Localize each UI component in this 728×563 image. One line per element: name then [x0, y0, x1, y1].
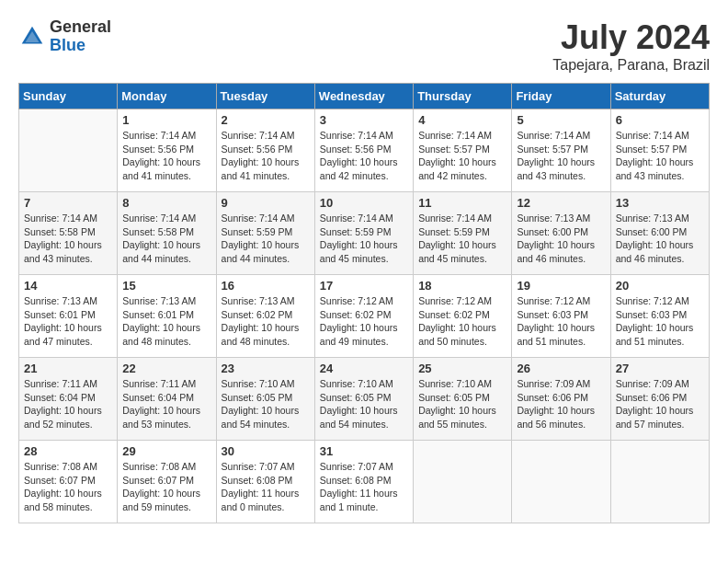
calendar-cell: 2Sunrise: 7:14 AMSunset: 5:56 PMDaylight…	[216, 109, 314, 192]
calendar-cell: 23Sunrise: 7:10 AMSunset: 6:05 PMDayligh…	[216, 358, 314, 441]
calendar-cell	[19, 109, 118, 192]
day-info: Sunrise: 7:14 AMSunset: 5:57 PMDaylight:…	[616, 129, 704, 183]
day-info: Sunrise: 7:11 AMSunset: 6:04 PMDaylight:…	[24, 377, 112, 431]
day-info: Sunrise: 7:14 AMSunset: 5:56 PMDaylight:…	[122, 129, 210, 183]
day-number: 19	[517, 279, 605, 293]
calendar-week-row: 28Sunrise: 7:08 AMSunset: 6:07 PMDayligh…	[19, 441, 710, 523]
calendar-cell: 11Sunrise: 7:14 AMSunset: 5:59 PMDayligh…	[414, 192, 512, 275]
calendar-cell: 10Sunrise: 7:14 AMSunset: 5:59 PMDayligh…	[314, 192, 413, 275]
day-number: 16	[222, 279, 310, 293]
calendar-cell: 27Sunrise: 7:09 AMSunset: 6:06 PMDayligh…	[610, 358, 709, 441]
calendar-week-row: 21Sunrise: 7:11 AMSunset: 6:04 PMDayligh…	[19, 358, 710, 441]
day-info: Sunrise: 7:12 AMSunset: 6:02 PMDaylight:…	[418, 294, 506, 349]
day-info: Sunrise: 7:14 AMSunset: 5:59 PMDaylight:…	[320, 212, 408, 266]
logo-general-text: General	[50, 18, 111, 37]
calendar-cell: 6Sunrise: 7:14 AMSunset: 5:57 PMDaylight…	[610, 109, 709, 192]
day-info: Sunrise: 7:07 AMSunset: 6:08 PMDaylight:…	[320, 460, 408, 514]
day-number: 26	[517, 362, 605, 375]
calendar-cell: 25Sunrise: 7:10 AMSunset: 6:05 PMDayligh…	[414, 358, 512, 441]
logo-icon	[18, 23, 46, 51]
day-info: Sunrise: 7:12 AMSunset: 6:03 PMDaylight:…	[517, 294, 605, 349]
day-number: 21	[24, 362, 112, 375]
day-of-week-header: Sunday	[19, 84, 118, 109]
location-subtitle: Tapejara, Parana, Brazil	[552, 57, 710, 74]
day-info: Sunrise: 7:14 AMSunset: 5:59 PMDaylight:…	[418, 212, 506, 266]
day-number: 20	[616, 279, 704, 293]
logo-blue-text: Blue	[50, 37, 111, 55]
calendar-cell: 30Sunrise: 7:07 AMSunset: 6:08 PMDayligh…	[216, 441, 314, 523]
day-info: Sunrise: 7:14 AMSunset: 5:58 PMDaylight:…	[122, 212, 210, 266]
day-number: 22	[122, 362, 210, 375]
calendar-cell: 20Sunrise: 7:12 AMSunset: 6:03 PMDayligh…	[610, 275, 709, 358]
calendar-table: SundayMondayTuesdayWednesdayThursdayFrid…	[18, 83, 710, 523]
calendar-cell: 5Sunrise: 7:14 AMSunset: 5:57 PMDaylight…	[512, 109, 610, 192]
day-of-week-header: Wednesday	[314, 84, 413, 109]
calendar-cell: 4Sunrise: 7:14 AMSunset: 5:57 PMDaylight…	[414, 109, 512, 192]
day-number: 10	[320, 196, 408, 210]
logo: General Blue	[18, 18, 111, 55]
day-info: Sunrise: 7:14 AMSunset: 5:57 PMDaylight:…	[517, 129, 605, 183]
calendar-cell	[610, 441, 709, 523]
calendar-week-row: 7Sunrise: 7:14 AMSunset: 5:58 PMDaylight…	[19, 192, 710, 275]
day-info: Sunrise: 7:14 AMSunset: 5:58 PMDaylight:…	[24, 212, 112, 266]
day-info: Sunrise: 7:11 AMSunset: 6:04 PMDaylight:…	[122, 377, 210, 431]
day-of-week-header: Friday	[512, 84, 610, 109]
calendar-cell: 21Sunrise: 7:11 AMSunset: 6:04 PMDayligh…	[19, 358, 118, 441]
day-number: 3	[320, 113, 408, 127]
calendar-cell: 28Sunrise: 7:08 AMSunset: 6:07 PMDayligh…	[19, 441, 118, 523]
calendar-cell: 12Sunrise: 7:13 AMSunset: 6:00 PMDayligh…	[512, 192, 610, 275]
page-header: General Blue July 2024 Tapejara, Parana,…	[18, 18, 710, 74]
day-info: Sunrise: 7:13 AMSunset: 6:02 PMDaylight:…	[222, 294, 310, 349]
day-info: Sunrise: 7:09 AMSunset: 6:06 PMDaylight:…	[616, 377, 704, 431]
day-info: Sunrise: 7:10 AMSunset: 6:05 PMDaylight:…	[222, 377, 310, 431]
day-number: 15	[122, 279, 210, 293]
day-info: Sunrise: 7:13 AMSunset: 6:00 PMDaylight:…	[517, 212, 605, 266]
day-info: Sunrise: 7:08 AMSunset: 6:07 PMDaylight:…	[122, 460, 210, 514]
calendar-cell: 24Sunrise: 7:10 AMSunset: 6:05 PMDayligh…	[314, 358, 413, 441]
month-year-title: July 2024	[552, 18, 710, 57]
day-of-week-header: Monday	[118, 84, 216, 109]
day-info: Sunrise: 7:13 AMSunset: 6:00 PMDaylight:…	[616, 212, 704, 266]
calendar-cell: 17Sunrise: 7:12 AMSunset: 6:02 PMDayligh…	[314, 275, 413, 358]
day-number: 7	[24, 196, 112, 210]
day-number: 13	[616, 196, 704, 210]
day-info: Sunrise: 7:12 AMSunset: 6:02 PMDaylight:…	[320, 294, 408, 349]
day-info: Sunrise: 7:12 AMSunset: 6:03 PMDaylight:…	[616, 294, 704, 349]
day-number: 29	[122, 444, 210, 458]
calendar-header-row: SundayMondayTuesdayWednesdayThursdayFrid…	[19, 84, 710, 109]
day-number: 8	[122, 196, 210, 210]
day-info: Sunrise: 7:13 AMSunset: 6:01 PMDaylight:…	[122, 294, 210, 349]
calendar-cell: 22Sunrise: 7:11 AMSunset: 6:04 PMDayligh…	[118, 358, 216, 441]
calendar-week-row: 1Sunrise: 7:14 AMSunset: 5:56 PMDaylight…	[19, 109, 710, 192]
calendar-cell: 3Sunrise: 7:14 AMSunset: 5:56 PMDaylight…	[314, 109, 413, 192]
day-info: Sunrise: 7:14 AMSunset: 5:59 PMDaylight:…	[222, 212, 310, 266]
day-number: 30	[222, 444, 310, 458]
calendar-cell: 13Sunrise: 7:13 AMSunset: 6:00 PMDayligh…	[610, 192, 709, 275]
day-number: 31	[320, 444, 408, 458]
day-number: 4	[418, 113, 506, 127]
day-info: Sunrise: 7:07 AMSunset: 6:08 PMDaylight:…	[222, 460, 310, 514]
day-info: Sunrise: 7:13 AMSunset: 6:01 PMDaylight:…	[24, 294, 112, 349]
day-number: 18	[418, 279, 506, 293]
day-number: 14	[24, 279, 112, 293]
calendar-cell	[414, 441, 512, 523]
day-number: 17	[320, 279, 408, 293]
calendar-cell: 16Sunrise: 7:13 AMSunset: 6:02 PMDayligh…	[216, 275, 314, 358]
calendar-cell: 29Sunrise: 7:08 AMSunset: 6:07 PMDayligh…	[118, 441, 216, 523]
calendar-week-row: 14Sunrise: 7:13 AMSunset: 6:01 PMDayligh…	[19, 275, 710, 358]
day-info: Sunrise: 7:08 AMSunset: 6:07 PMDaylight:…	[24, 460, 112, 514]
calendar-cell: 14Sunrise: 7:13 AMSunset: 6:01 PMDayligh…	[19, 275, 118, 358]
day-number: 25	[418, 362, 506, 375]
calendar-cell: 1Sunrise: 7:14 AMSunset: 5:56 PMDaylight…	[118, 109, 216, 192]
calendar-cell: 15Sunrise: 7:13 AMSunset: 6:01 PMDayligh…	[118, 275, 216, 358]
day-info: Sunrise: 7:09 AMSunset: 6:06 PMDaylight:…	[517, 377, 605, 431]
calendar-cell: 9Sunrise: 7:14 AMSunset: 5:59 PMDaylight…	[216, 192, 314, 275]
day-of-week-header: Thursday	[414, 84, 512, 109]
title-block: July 2024 Tapejara, Parana, Brazil	[552, 18, 710, 74]
day-number: 2	[222, 113, 310, 127]
day-number: 28	[24, 444, 112, 458]
day-info: Sunrise: 7:14 AMSunset: 5:56 PMDaylight:…	[320, 129, 408, 183]
day-number: 11	[418, 196, 506, 210]
day-of-week-header: Saturday	[610, 84, 709, 109]
calendar-cell: 26Sunrise: 7:09 AMSunset: 6:06 PMDayligh…	[512, 358, 610, 441]
